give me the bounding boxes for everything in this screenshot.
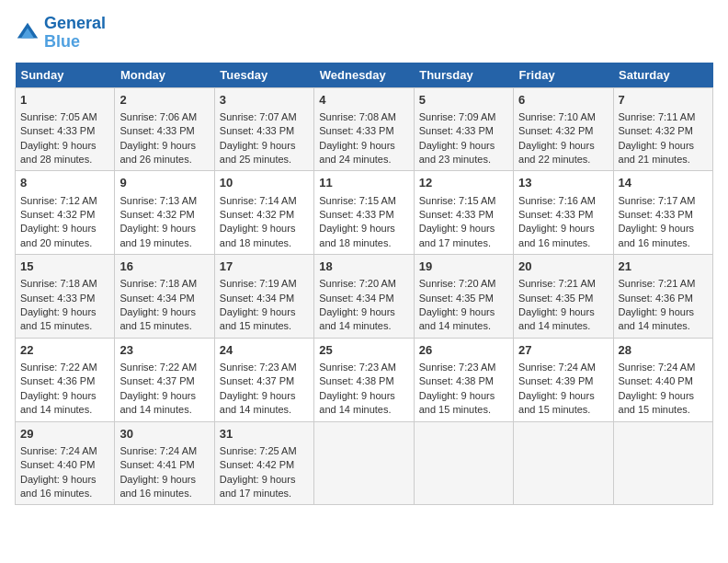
daylight-text: Daylight: 9 hours and 26 minutes. (119, 140, 196, 165)
daylight-text: Daylight: 9 hours and 14 minutes. (220, 390, 296, 415)
daylight-text: Daylight: 9 hours and 28 minutes. (20, 140, 97, 165)
day-number: 10 (220, 175, 309, 191)
daylight-text: Daylight: 9 hours and 14 minutes. (619, 306, 695, 331)
daylight-text: Daylight: 9 hours and 14 minutes. (518, 306, 595, 331)
sunset-text: Sunset: 4:33 PM (20, 125, 95, 136)
calendar-empty-cell (514, 421, 613, 505)
calendar-empty-cell (414, 421, 513, 505)
daylight-text: Daylight: 9 hours and 14 minutes. (419, 306, 495, 331)
sunset-text: Sunset: 4:40 PM (619, 375, 693, 386)
day-number: 9 (119, 175, 209, 191)
sunrise-text: Sunrise: 7:10 AM (518, 111, 596, 122)
sunset-text: Sunset: 4:36 PM (619, 293, 693, 304)
sunset-text: Sunset: 4:32 PM (518, 125, 593, 136)
sunset-text: Sunset: 4:35 PM (419, 293, 494, 304)
sunset-text: Sunset: 4:36 PM (20, 375, 95, 386)
calendar-day-26: 26Sunrise: 7:23 AMSunset: 4:38 PMDayligh… (414, 338, 513, 421)
sunset-text: Sunset: 4:32 PM (119, 209, 194, 220)
daylight-text: Daylight: 9 hours and 16 minutes. (20, 474, 97, 499)
sunrise-text: Sunrise: 7:24 AM (20, 445, 97, 456)
calendar-day-30: 30Sunrise: 7:24 AMSunset: 4:41 PMDayligh… (115, 421, 214, 505)
day-number: 11 (319, 175, 408, 191)
daylight-text: Daylight: 9 hours and 15 minutes. (518, 390, 595, 415)
calendar-day-1: 1Sunrise: 7:05 AMSunset: 4:33 PMDaylight… (16, 87, 115, 171)
weekday-header-sunday: Sunday (16, 63, 115, 88)
weekday-header-tuesday: Tuesday (214, 63, 313, 88)
daylight-text: Daylight: 9 hours and 16 minutes. (518, 223, 595, 247)
calendar-day-11: 11Sunrise: 7:15 AMSunset: 4:33 PMDayligh… (314, 171, 414, 255)
day-number: 7 (619, 92, 708, 109)
daylight-text: Daylight: 9 hours and 19 minutes. (119, 223, 196, 247)
sunrise-text: Sunrise: 7:24 AM (619, 362, 696, 373)
sunset-text: Sunset: 4:33 PM (20, 293, 95, 304)
day-number: 2 (119, 92, 209, 109)
daylight-text: Daylight: 9 hours and 18 minutes. (319, 223, 395, 247)
daylight-text: Daylight: 9 hours and 21 minutes. (619, 140, 695, 165)
calendar-week-row: 8Sunrise: 7:12 AMSunset: 4:32 PMDaylight… (16, 171, 713, 255)
sunrise-text: Sunrise: 7:18 AM (20, 278, 97, 289)
sunset-text: Sunset: 4:34 PM (119, 293, 194, 304)
sunset-text: Sunset: 4:37 PM (119, 375, 194, 386)
calendar-day-27: 27Sunrise: 7:24 AMSunset: 4:39 PMDayligh… (514, 338, 613, 421)
day-number: 6 (518, 92, 608, 109)
calendar-day-3: 3Sunrise: 7:07 AMSunset: 4:33 PMDaylight… (214, 87, 313, 171)
daylight-text: Daylight: 9 hours and 17 minutes. (220, 474, 296, 499)
calendar-week-row: 29Sunrise: 7:24 AMSunset: 4:40 PMDayligh… (16, 421, 713, 505)
day-number: 16 (119, 259, 209, 275)
sunset-text: Sunset: 4:33 PM (220, 125, 294, 136)
sunset-text: Sunset: 4:41 PM (119, 459, 194, 470)
weekday-header-row: SundayMondayTuesdayWednesdayThursdayFrid… (16, 63, 713, 88)
sunrise-text: Sunrise: 7:17 AM (619, 195, 696, 206)
daylight-text: Daylight: 9 hours and 14 minutes. (20, 390, 97, 415)
logo-icon (15, 20, 40, 46)
calendar-day-19: 19Sunrise: 7:20 AMSunset: 4:35 PMDayligh… (414, 255, 513, 339)
sunset-text: Sunset: 4:38 PM (419, 375, 494, 386)
calendar-header: SundayMondayTuesdayWednesdayThursdayFrid… (16, 63, 713, 88)
day-number: 1 (20, 92, 109, 109)
sunrise-text: Sunrise: 7:15 AM (419, 195, 496, 206)
sunrise-text: Sunrise: 7:23 AM (419, 362, 496, 373)
sunrise-text: Sunrise: 7:18 AM (119, 278, 197, 289)
calendar-week-row: 15Sunrise: 7:18 AMSunset: 4:33 PMDayligh… (16, 255, 713, 339)
calendar-day-9: 9Sunrise: 7:13 AMSunset: 4:32 PMDaylight… (115, 171, 214, 255)
calendar-day-29: 29Sunrise: 7:24 AMSunset: 4:40 PMDayligh… (16, 421, 115, 505)
day-number: 19 (419, 259, 508, 275)
day-number: 15 (20, 259, 109, 275)
sunset-text: Sunset: 4:33 PM (419, 125, 494, 136)
daylight-text: Daylight: 9 hours and 18 minutes. (220, 223, 296, 247)
day-number: 28 (619, 342, 708, 359)
sunrise-text: Sunrise: 7:09 AM (419, 111, 496, 122)
sunset-text: Sunset: 4:40 PM (20, 459, 95, 470)
calendar-day-12: 12Sunrise: 7:15 AMSunset: 4:33 PMDayligh… (414, 171, 513, 255)
sunrise-text: Sunrise: 7:14 AM (220, 195, 297, 206)
page-header: General Blue (15, 15, 713, 52)
sunrise-text: Sunrise: 7:20 AM (319, 278, 396, 289)
daylight-text: Daylight: 9 hours and 25 minutes. (220, 140, 296, 165)
calendar-day-28: 28Sunrise: 7:24 AMSunset: 4:40 PMDayligh… (613, 338, 712, 421)
day-number: 4 (319, 92, 408, 109)
daylight-text: Daylight: 9 hours and 15 minutes. (20, 306, 97, 331)
daylight-text: Daylight: 9 hours and 16 minutes. (119, 474, 196, 499)
sunset-text: Sunset: 4:33 PM (119, 125, 194, 136)
sunset-text: Sunset: 4:42 PM (220, 459, 294, 470)
day-number: 26 (419, 342, 508, 359)
sunrise-text: Sunrise: 7:25 AM (220, 445, 297, 456)
sunset-text: Sunset: 4:37 PM (220, 375, 294, 386)
day-number: 17 (220, 259, 309, 275)
sunset-text: Sunset: 4:35 PM (518, 293, 593, 304)
day-number: 13 (518, 175, 608, 191)
weekday-header-wednesday: Wednesday (314, 63, 414, 88)
calendar-day-31: 31Sunrise: 7:25 AMSunset: 4:42 PMDayligh… (214, 421, 313, 505)
sunset-text: Sunset: 4:32 PM (20, 209, 95, 220)
sunset-text: Sunset: 4:33 PM (319, 125, 393, 136)
calendar-day-5: 5Sunrise: 7:09 AMSunset: 4:33 PMDaylight… (414, 87, 513, 171)
day-number: 25 (319, 342, 408, 359)
daylight-text: Daylight: 9 hours and 15 minutes. (119, 306, 196, 331)
sunrise-text: Sunrise: 7:05 AM (20, 111, 97, 122)
sunset-text: Sunset: 4:33 PM (619, 209, 693, 220)
calendar-day-6: 6Sunrise: 7:10 AMSunset: 4:32 PMDaylight… (514, 87, 613, 171)
calendar-empty-cell (314, 421, 414, 505)
calendar-day-25: 25Sunrise: 7:23 AMSunset: 4:38 PMDayligh… (314, 338, 414, 421)
daylight-text: Daylight: 9 hours and 14 minutes. (319, 306, 395, 331)
daylight-text: Daylight: 9 hours and 17 minutes. (419, 223, 495, 247)
